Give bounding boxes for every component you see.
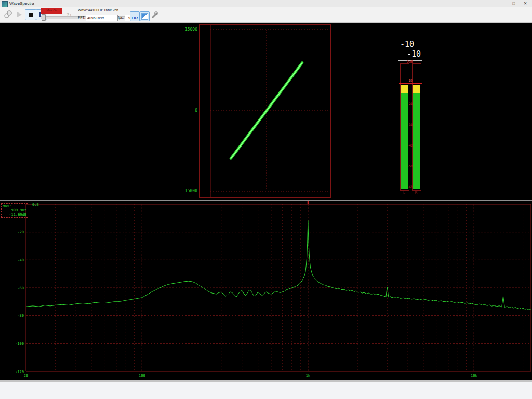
play-button[interactable] xyxy=(14,9,25,20)
peak-level: -11.69dB xyxy=(3,212,26,217)
window-title: WaveSpectra xyxy=(9,1,34,6)
fps-label: fps: xyxy=(118,16,124,19)
desktop: WaveSpectra — □ ✕ ↻ Max.Ov Wave:44100Hz … xyxy=(0,0,532,399)
over-indicator: Max.Ov xyxy=(41,8,62,14)
record-icon xyxy=(3,10,12,19)
meter-scale-0db: 0dB xyxy=(398,60,422,63)
spectrum-x-tick-label: 1k xyxy=(306,374,311,378)
settings-button[interactable] xyxy=(150,11,159,20)
hires-icon: HR xyxy=(132,16,138,20)
peak-info-title: Max: xyxy=(3,204,26,208)
lissajous-meter-pane: 15000 0 -15000 -10 -10 0dB -10 -20-30-40… xyxy=(0,23,532,200)
spectrum-x-tick-label: 100 xyxy=(139,374,145,378)
lissajous-scale-top: 15000 xyxy=(180,27,197,32)
meter-bar-fill xyxy=(413,85,420,93)
seek-slider-thumb[interactable] xyxy=(42,14,46,21)
meter-channel-left: L xyxy=(400,191,408,194)
wrench-icon xyxy=(151,11,158,19)
peak-info-box: Max: 999.9Hz -11.69dB xyxy=(1,203,28,218)
lissajous-scope xyxy=(199,24,331,198)
hires-toggle-button[interactable]: HR xyxy=(130,11,140,21)
spectrum-y-tick-label: 0dB xyxy=(32,203,39,207)
spectrum-x-tick-label: 10k xyxy=(471,374,477,378)
stop-icon xyxy=(29,13,33,17)
lissajous-scale-bottom: -15000 xyxy=(180,189,197,193)
display-mode-toggle-button[interactable] xyxy=(140,11,150,21)
wavespectra-app-icon xyxy=(2,1,8,7)
split-display-icon xyxy=(141,13,148,20)
close-button[interactable]: ✕ xyxy=(520,0,531,7)
minimize-button[interactable]: — xyxy=(497,0,508,7)
toolbar: ↻ Max.Ov Wave:44100Hz 16bit 2ch FFT: 409… xyxy=(0,7,532,23)
level-readout-right: -10 xyxy=(407,49,421,59)
play-icon xyxy=(17,12,22,17)
level-readout: -10 -10 xyxy=(398,39,422,61)
meter-minus10-label: -10 xyxy=(398,79,422,82)
meter-bar-fill xyxy=(401,93,408,189)
meter-channel-right: R xyxy=(412,191,420,194)
spectrum-y-tick-label: -40 xyxy=(17,258,24,262)
spectrum-y-tick-label: -100 xyxy=(15,342,24,346)
maximize-button[interactable]: □ xyxy=(508,0,520,7)
spectrum-x-tick-label: 20 xyxy=(24,374,28,378)
spectrum-y-tick-label: -20 xyxy=(17,230,24,234)
wave-info: Wave:44100Hz 16bit 2ch xyxy=(78,8,118,12)
meter-minus10-line xyxy=(399,83,422,84)
spectrum-pane: 0dB-20-40-60-80-100-120201001k10k Max: 9… xyxy=(0,201,532,380)
level-readout-left: -10 xyxy=(400,39,414,49)
spectrum-y-tick-label: -120 xyxy=(15,370,24,374)
lissajous-scale-zero: 0 xyxy=(180,108,197,113)
record-button[interactable] xyxy=(2,9,14,20)
spectrum-y-tick-label: -80 xyxy=(17,314,24,318)
titlebar: WaveSpectra — □ ✕ xyxy=(0,0,532,8)
meter-bar-fill xyxy=(413,93,420,189)
fft-setting-field[interactable]: 4096 Rect. xyxy=(86,15,118,21)
spectrum-trace xyxy=(26,220,531,310)
spectrum-y-tick-label: -60 xyxy=(17,286,24,290)
fft-label: FFT: xyxy=(78,16,85,19)
peak-frequency: 999.9Hz xyxy=(3,208,26,212)
spectrum-chart: 0dB-20-40-60-80-100-120201001k10k xyxy=(0,201,532,380)
stop-button[interactable] xyxy=(25,9,36,20)
meter-bar-fill xyxy=(401,85,408,93)
taskbar: 検索 A xyxy=(0,382,532,399)
